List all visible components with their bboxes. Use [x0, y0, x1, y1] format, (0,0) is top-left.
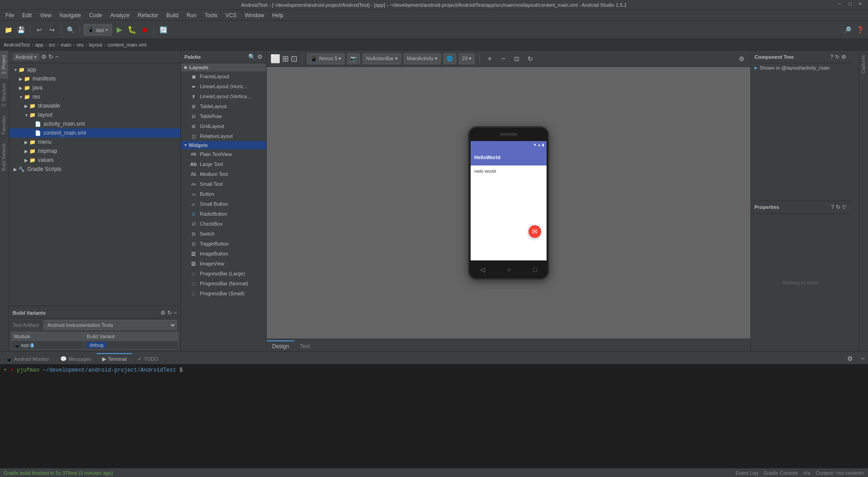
palette-item-framelayout[interactable]: ▣ FrameLayout: [181, 71, 266, 81]
properties-filter-icon[interactable]: ▽: [842, 204, 846, 210]
palette-item-switch[interactable]: ⊟ Switch: [181, 229, 266, 239]
palette-item-relativelayout[interactable]: ◫ RelativeLayout: [181, 131, 266, 141]
palette-item-togglebutton[interactable]: ⊡ ToggleButton: [181, 239, 266, 249]
test-artifact-select[interactable]: Android Instrumentation Tests: [43, 320, 177, 330]
tree-item-content-main-xml[interactable]: ▶ 📄 content_main.xml: [9, 128, 180, 137]
component-tree-refresh-icon[interactable]: ↻: [835, 54, 840, 60]
close-btn[interactable]: ×: [856, 1, 864, 6]
zoom-in-btn[interactable]: +: [484, 53, 495, 64]
design-tab-text[interactable]: Text: [294, 340, 315, 351]
tree-item-res[interactable]: ▾ 📁 res: [9, 92, 180, 101]
tree-item-mipmap[interactable]: ▶ 📁 mipmap: [9, 146, 180, 156]
nav-android-test[interactable]: AndroidTest: [4, 42, 30, 47]
properties-refresh-icon[interactable]: ↻: [836, 204, 840, 210]
palette-item-button[interactable]: ▭ Button: [181, 189, 266, 199]
variants-build-variant[interactable]: debug: [84, 341, 179, 349]
app-selector[interactable]: 📱 app ▾: [84, 24, 112, 36]
design-settings-btn[interactable]: ⚙: [736, 53, 747, 64]
terminal-close-icon[interactable]: −: [857, 353, 868, 364]
toolbar-open-btn[interactable]: 📁: [3, 24, 14, 35]
panel-settings-icon[interactable]: ⚙: [41, 53, 47, 60]
palette-item-tablerow[interactable]: ⊟ TableRow: [181, 111, 266, 121]
menu-analyze[interactable]: Analyze: [107, 11, 133, 19]
run-btn[interactable]: ▶: [114, 24, 125, 35]
menu-run[interactable]: Run: [183, 11, 200, 19]
build-variants-collapse-icon[interactable]: −: [174, 310, 177, 316]
palette-item-linearlayout-h[interactable]: ⬌ LinearLayout (Horiz...: [181, 81, 266, 91]
tree-item-values[interactable]: ▶ 📁 values: [9, 156, 180, 165]
menu-navigate[interactable]: Navigate: [56, 11, 85, 19]
theme-selector[interactable]: NoActionBar ▾: [363, 53, 401, 64]
palette-item-gridlayout[interactable]: ⊞ GridLayout: [181, 121, 266, 131]
palette-category-widgets[interactable]: ▾ Widgets: [181, 141, 266, 149]
palette-item-large-text[interactable]: Ab Large Text: [181, 159, 266, 169]
module-info-icon[interactable]: i: [30, 343, 34, 348]
stop-btn[interactable]: ⏹: [139, 24, 150, 35]
camera-btn[interactable]: 📷: [347, 53, 360, 64]
build-variants-settings-icon[interactable]: ⚙: [160, 310, 165, 316]
phone-fab[interactable]: ✉: [528, 225, 541, 238]
palette-search-icon[interactable]: 🔍: [248, 53, 255, 60]
menu-help[interactable]: Help: [269, 11, 287, 19]
palette-item-plain-textview[interactable]: Ab Plain TextView: [181, 149, 266, 159]
nav-layout[interactable]: layout: [89, 42, 102, 47]
menu-vcs[interactable]: VCS: [222, 11, 241, 19]
terminal-content[interactable]: + × yjufman ~/development/android-projec…: [0, 364, 868, 468]
palette-item-radiobutton[interactable]: ⊙ RadioButton: [181, 209, 266, 219]
tree-item-manifests[interactable]: ▶ 📁 manifests: [9, 74, 180, 83]
palette-item-small-text[interactable]: Ab Small Text: [181, 179, 266, 189]
palette-item-progressbar-normal[interactable]: ◌ ProgressBar (Normal): [181, 279, 266, 288]
refresh-btn[interactable]: ↻: [525, 53, 536, 64]
sidebar-tab-structure[interactable]: 2: Structure: [0, 79, 9, 111]
sidebar-tab-project[interactable]: 1: Project: [0, 51, 9, 79]
design-tab-design[interactable]: Design: [267, 340, 294, 351]
canvas-mode-btn[interactable]: ⬜ ⊞ ⊡: [270, 54, 297, 64]
menu-tools[interactable]: Tools: [201, 11, 221, 19]
canvas-area[interactable]: ▼▲▮ HelloWorld Hello World! ✉: [267, 67, 750, 339]
status-build-message[interactable]: Gradle build finished in 5s 379ms (3 min…: [4, 470, 113, 476]
panel-sync-icon[interactable]: ↻: [48, 53, 53, 60]
component-tree-question-icon[interactable]: ?: [830, 54, 833, 60]
zoom-out-btn[interactable]: −: [498, 53, 509, 64]
palette-item-imagebutton[interactable]: 🖼 ImageButton: [181, 249, 266, 259]
device-selector[interactable]: 📱 Nexus 5 ▾: [307, 53, 344, 64]
tree-item-activity-main-xml[interactable]: ▶ 📄 activity_main.xml: [9, 119, 180, 128]
debug-btn[interactable]: 🐛: [127, 24, 137, 35]
nav-app[interactable]: app: [35, 42, 43, 47]
palette-item-imageview[interactable]: 🖼 ImageView: [181, 259, 266, 269]
locale-btn[interactable]: 🌐: [443, 53, 456, 64]
menu-code[interactable]: Code: [85, 11, 106, 19]
toolbar-redo-btn[interactable]: ↪: [47, 24, 57, 35]
palette-item-checkbox[interactable]: ☑ CheckBox: [181, 219, 266, 229]
menu-window[interactable]: Window: [241, 11, 268, 19]
bottom-tab-todo[interactable]: ✓ TODO: [132, 353, 164, 364]
toolbar-search-btn[interactable]: 🔍: [65, 24, 76, 35]
palette-item-small-button[interactable]: ▱ Small Button: [181, 199, 266, 209]
phone-recents-btn[interactable]: □: [533, 266, 537, 273]
bottom-tab-messages[interactable]: 💬 Messages: [55, 353, 97, 364]
tree-item-java[interactable]: ▶ 📁 java: [9, 83, 180, 92]
tree-item-app[interactable]: ▾ 📁 app: [9, 65, 180, 74]
sync-btn[interactable]: 🔄: [158, 24, 169, 35]
toolbar-save-btn[interactable]: 💾: [15, 24, 26, 35]
maximize-btn[interactable]: □: [846, 1, 854, 6]
palette-item-progressbar-small[interactable]: ◌ ProgressBar (Small): [181, 288, 266, 298]
tree-item-layout[interactable]: ▾ 📁 layout: [9, 110, 180, 119]
toolbar-undo-btn[interactable]: ↩: [34, 24, 45, 35]
nav-main[interactable]: main: [61, 42, 71, 47]
minimize-btn[interactable]: −: [835, 1, 844, 6]
phone-home-btn[interactable]: ○: [507, 266, 511, 273]
search-everywhere-btn[interactable]: 🔎: [842, 24, 853, 35]
palette-item-tablelayout[interactable]: ⊞ TableLayout: [181, 101, 266, 111]
terminal-settings-icon[interactable]: ⚙: [844, 353, 855, 364]
palette-item-medium-text[interactable]: Ab Medium Text: [181, 169, 266, 179]
nav-src[interactable]: src: [49, 42, 56, 47]
activity-selector[interactable]: MainActivity ▾: [404, 53, 441, 64]
palette-category-layouts[interactable]: ▶ Layouts: [181, 63, 266, 71]
status-gradle-console[interactable]: Gradle Console: [764, 470, 798, 476]
api-selector[interactable]: 23 ▾: [459, 53, 475, 64]
palette-item-linearlayout-v[interactable]: ⬍ LinearLayout (Vertica...: [181, 91, 266, 101]
menu-build[interactable]: Build: [163, 11, 182, 19]
menu-view[interactable]: View: [36, 11, 55, 19]
help-btn[interactable]: ❓: [854, 24, 865, 35]
